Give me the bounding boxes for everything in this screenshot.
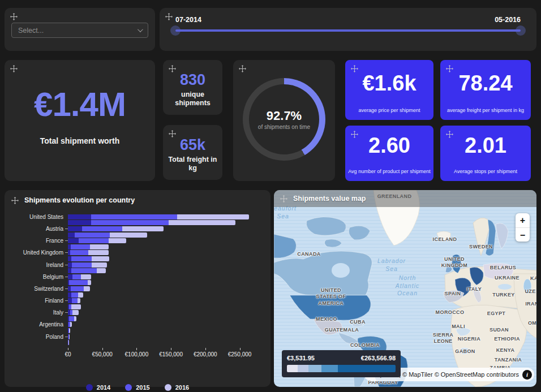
bar-stack: [68, 334, 264, 339]
slider-track[interactable]: [175, 29, 521, 32]
bar-category-label: [11, 235, 68, 235]
kpi-avg-stops-card: 2.01 Average stops per shipment: [440, 126, 531, 181]
bar-segment-2016: [88, 250, 108, 255]
bar-stack: [68, 310, 264, 315]
bar-category-label: Belgium: [11, 274, 68, 280]
bar-category-label: [11, 295, 68, 295]
move-icon[interactable]: [446, 130, 454, 138]
x-axis-tick-label: €150,000: [159, 351, 183, 357]
bar-segment-2015: [70, 250, 89, 255]
kpi-total-freight-card: 65k Total freight in kg: [163, 125, 222, 180]
move-icon[interactable]: [10, 12, 18, 20]
kpi-on-time-card: 92.7% of shipments on time: [233, 60, 335, 181]
bar-row: Italy: [11, 310, 264, 316]
legend-gradient-step: [287, 365, 298, 372]
bar-row: [11, 292, 264, 298]
bar-stack: [68, 328, 264, 333]
bar-category-label: [11, 222, 68, 223]
bar-segment-2016: [70, 322, 72, 327]
x-axis-tick-label: €0: [65, 351, 71, 357]
range-end-label: 05-2016: [495, 16, 521, 24]
move-icon[interactable]: [165, 12, 173, 20]
legend-max-value: €263,566.98: [361, 355, 396, 361]
bar-segment-2015: [69, 280, 88, 285]
bar-category-label: [11, 342, 68, 343]
info-icon[interactable]: i: [522, 370, 532, 380]
bar-segment-2015: [71, 256, 92, 261]
bar-stack: [68, 292, 264, 298]
bar-segment-2015: [71, 286, 84, 291]
bar-row: [11, 232, 264, 238]
kpi-value: 2.01: [440, 133, 531, 158]
legend-item-2016[interactable]: 2016: [165, 384, 189, 391]
move-icon[interactable]: [280, 195, 288, 203]
bar-row: Poland: [11, 334, 264, 340]
map-legend: €3,531.95 €263,566.98: [282, 350, 401, 377]
bar-segment-2016: [74, 316, 76, 321]
chart-title: Shipments evolution per country: [24, 196, 135, 204]
bar-stack: [68, 274, 264, 279]
move-icon[interactable]: [351, 64, 359, 72]
legend-item-2015[interactable]: 2015: [125, 384, 149, 391]
zoom-out-button[interactable]: −: [516, 227, 530, 242]
legend-dot: [125, 384, 132, 391]
bar-segment-2015: [71, 292, 78, 298]
bar-category-label: [11, 307, 68, 307]
bar-segment-2014: [68, 226, 82, 231]
dashboard: Select... 07-2014 05-2016 €1.4M Total sh…: [0, 0, 541, 392]
legend-gradient-step: [298, 365, 308, 372]
legend-item-2014[interactable]: 2014: [86, 384, 110, 391]
bar-stack: [68, 268, 264, 273]
select-placeholder: Select...: [18, 27, 44, 35]
bar-stack: [68, 214, 264, 219]
bar-segment-2016: [169, 220, 235, 225]
zoom-in-button[interactable]: +: [516, 213, 530, 227]
bar-stack: [68, 304, 264, 309]
move-icon[interactable]: [169, 130, 177, 137]
move-icon[interactable]: [169, 64, 177, 72]
bar-category-label: [11, 318, 68, 319]
bar-stack: [68, 316, 264, 321]
move-icon[interactable]: [10, 64, 18, 72]
legend-dot: [86, 384, 93, 391]
bar-segment-2016: [78, 292, 83, 298]
bar-category-label: [11, 282, 68, 283]
move-icon[interactable]: [11, 196, 19, 204]
kpi-label: Avg number of product per shipment: [345, 169, 433, 174]
bar-row: [11, 268, 264, 274]
country-select[interactable]: Select...: [11, 23, 148, 38]
bar-segment-2016: [68, 340, 69, 345]
bar-row: [11, 220, 264, 226]
bar-stack: [68, 220, 264, 225]
bar-segment-2014: [68, 274, 72, 279]
bar-segment-2015: [72, 298, 78, 303]
move-icon[interactable]: [239, 64, 247, 72]
bar-segment-2015: [72, 274, 81, 279]
bar-category-label: [11, 247, 68, 247]
filter-card: Select...: [5, 8, 155, 51]
x-axis-tick-label: €100,000: [125, 351, 149, 357]
donut-center: 92.7% of shipments on time: [249, 84, 319, 154]
x-axis-tick-label: €200,000: [194, 351, 217, 357]
map-header: Shipments value map: [274, 190, 536, 207]
bar-row: Argentina: [11, 322, 264, 328]
x-axis-tick-label: €250,000: [228, 351, 252, 357]
bar-row: France: [11, 238, 264, 244]
kpi-avg-freight-card: 78.24 average freight per shipment in kg: [440, 60, 531, 120]
kpi-avg-products-card: 2.60 Avg number of product per shipment: [345, 126, 433, 181]
shipments-evolution-panel: Shipments evolution per country United S…: [5, 190, 270, 387]
bar-segment-2016: [72, 310, 79, 315]
move-icon[interactable]: [351, 130, 359, 138]
date-range-slider[interactable]: [175, 25, 521, 36]
bar-segment-2014: [68, 298, 72, 303]
move-icon[interactable]: [446, 64, 454, 72]
x-axis: €0€50,000€100,000€150,000€200,000€250,00…: [68, 348, 264, 358]
x-axis-tick-label: €50,000: [92, 351, 113, 357]
bar-segment-2016: [84, 286, 90, 291]
bar-segment-2016: [92, 262, 107, 268]
bar-row: [11, 256, 264, 262]
bar-stack: [68, 250, 264, 255]
bar-stack: [68, 262, 264, 268]
kpi-label: of shipments on time: [258, 124, 310, 130]
bar-segment-2015: [71, 268, 97, 273]
